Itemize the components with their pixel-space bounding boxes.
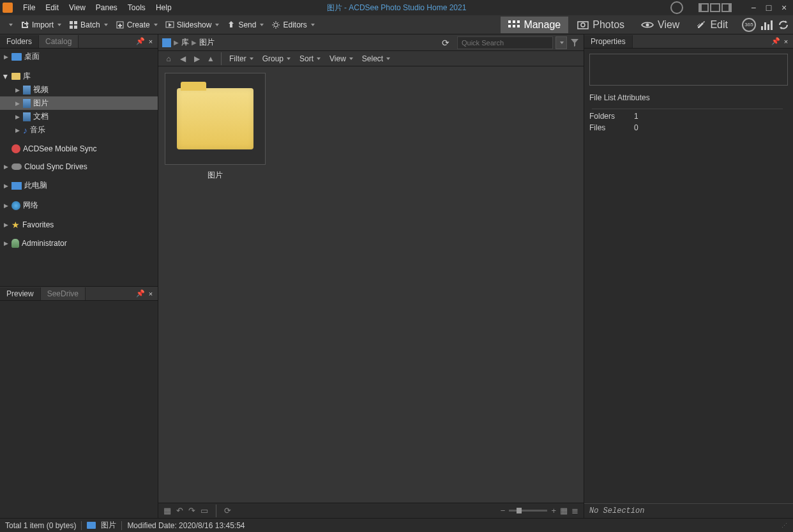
- menu-edit[interactable]: Edit: [40, 2, 64, 13]
- close-panel-icon[interactable]: ×: [146, 37, 155, 46]
- view-dropdown[interactable]: View: [326, 53, 357, 65]
- pin-icon[interactable]: 📌: [136, 37, 145, 46]
- menu-tools[interactable]: Tools: [123, 2, 151, 13]
- tree-pictures[interactable]: ▶图片: [0, 96, 158, 110]
- batch-button[interactable]: Batch: [65, 19, 112, 31]
- maximize-button[interactable]: □: [762, 2, 775, 13]
- expand-arrow-icon[interactable]: ▶: [3, 202, 9, 209]
- menu-help[interactable]: Help: [151, 2, 177, 13]
- status-selection-name: 图片: [101, 520, 116, 531]
- file-grid[interactable]: 图片: [158, 66, 584, 503]
- tree-library[interactable]: ▶库: [0, 70, 158, 83]
- tree-favorites[interactable]: ▶★Favorites: [0, 218, 158, 231]
- zoom-out-icon[interactable]: −: [501, 506, 506, 515]
- preview-tab[interactable]: Preview: [0, 287, 41, 300]
- select-dropdown[interactable]: Select: [358, 53, 394, 65]
- layout-1-icon[interactable]: [699, 3, 709, 12]
- location-icon[interactable]: [162, 38, 171, 47]
- folders-tab[interactable]: Folders: [0, 35, 39, 48]
- tree-desktop[interactable]: ▶桌面: [0, 50, 158, 63]
- mode-manage[interactable]: Manage: [501, 17, 568, 33]
- editors-button[interactable]: Editors: [268, 19, 318, 31]
- expand-arrow-icon[interactable]: ▶: [14, 87, 20, 93]
- seedrive-tab[interactable]: SeeDrive: [41, 287, 86, 300]
- breadcrumb-pictures[interactable]: 图片: [199, 37, 215, 48]
- catalog-tab[interactable]: Catalog: [39, 35, 79, 48]
- filter-funnel-icon[interactable]: [570, 38, 580, 48]
- tree-label: 视频: [33, 84, 49, 95]
- mode-edit[interactable]: Edit: [688, 17, 736, 33]
- tree-network[interactable]: ▶网络: [0, 199, 158, 212]
- expand-arrow-icon[interactable]: ▶: [3, 183, 9, 189]
- rotate-left-icon[interactable]: ↶: [176, 506, 183, 515]
- tree-this-pc[interactable]: ▶此电脑: [0, 179, 158, 192]
- editors-label: Editors: [283, 20, 306, 29]
- search-input[interactable]: [457, 36, 553, 49]
- tool-icon-4[interactable]: ▭: [200, 506, 208, 515]
- prop-label: Folders: [589, 112, 634, 121]
- svg-rect-1: [74, 21, 77, 24]
- slideshow-button[interactable]: Slideshow: [162, 19, 223, 31]
- create-button[interactable]: Create: [112, 19, 162, 31]
- refresh-tool-icon[interactable]: ⟳: [224, 506, 231, 515]
- tree-administrator[interactable]: ▶Administrator: [0, 238, 158, 249]
- import-button[interactable]: Import: [17, 19, 65, 31]
- toolbar-menu-dropdown[interactable]: [4, 22, 17, 28]
- zoom-slider[interactable]: [509, 510, 547, 512]
- tree-documents[interactable]: ▶文档: [0, 110, 158, 123]
- group-dropdown[interactable]: Group: [259, 53, 294, 65]
- close-panel-icon[interactable]: ×: [146, 289, 155, 298]
- view-mode-icon-2[interactable]: ≣: [571, 506, 578, 515]
- tree-cloud[interactable]: ▶Cloud Sync Drives: [0, 161, 158, 172]
- expand-arrow-icon[interactable]: ▶: [3, 222, 9, 228]
- menu-view[interactable]: View: [64, 2, 91, 13]
- mode-view[interactable]: View: [633, 17, 687, 33]
- folder-thumbnail[interactable]: 图片: [165, 73, 266, 183]
- forward-icon[interactable]: ▶: [190, 52, 203, 65]
- sort-dropdown[interactable]: Sort: [296, 53, 324, 65]
- pin-icon[interactable]: 📌: [136, 289, 145, 298]
- tree-mobile-sync[interactable]: ACDSee Mobile Sync: [0, 143, 158, 155]
- close-button[interactable]: ×: [778, 2, 790, 13]
- user-account-icon[interactable]: [670, 1, 683, 14]
- pin-icon[interactable]: 📌: [771, 37, 780, 46]
- menu-file[interactable]: File: [18, 2, 40, 13]
- rotate-right-icon[interactable]: ↷: [188, 506, 195, 515]
- home-icon[interactable]: ⌂: [162, 52, 175, 65]
- layout-2-icon[interactable]: [710, 3, 720, 12]
- up-icon[interactable]: ▲: [204, 52, 217, 65]
- mode-photos[interactable]: Photos: [570, 17, 632, 33]
- batch-label: Batch: [80, 20, 100, 29]
- expand-arrow-icon[interactable]: ▶: [14, 114, 20, 120]
- 365-icon[interactable]: 365: [742, 18, 756, 32]
- tree-label: 图片: [33, 98, 49, 109]
- resize-grip-icon[interactable]: ⋰: [782, 522, 788, 529]
- dashboard-icon[interactable]: [761, 20, 773, 30]
- expand-arrow-icon[interactable]: ▶: [14, 100, 20, 107]
- expand-arrow-icon[interactable]: ▶: [3, 54, 9, 60]
- menu-panes[interactable]: Panes: [91, 2, 123, 13]
- search-dropdown[interactable]: [555, 36, 567, 49]
- create-label: Create: [127, 20, 150, 29]
- tree-music[interactable]: ▶♪音乐: [0, 123, 158, 137]
- zoom-slider-thumb[interactable]: [517, 508, 522, 513]
- library-folder-icon: [11, 73, 20, 80]
- expand-arrow-icon[interactable]: ▶: [3, 163, 9, 170]
- expand-arrow-icon[interactable]: ▶: [14, 127, 20, 133]
- sync-icon[interactable]: [778, 20, 789, 30]
- breadcrumb-lib[interactable]: 库: [181, 37, 189, 48]
- filter-dropdown[interactable]: Filter: [225, 53, 257, 65]
- tree-videos[interactable]: ▶视频: [0, 83, 158, 96]
- layout-3-icon[interactable]: [721, 3, 732, 12]
- expand-arrow-icon[interactable]: ▶: [3, 240, 9, 247]
- refresh-icon[interactable]: ⟳: [442, 38, 449, 48]
- close-panel-icon[interactable]: ×: [782, 37, 790, 46]
- view-mode-icon-1[interactable]: ▦: [560, 506, 568, 515]
- collapse-arrow-icon[interactable]: ▶: [3, 73, 9, 80]
- zoom-in-icon[interactable]: +: [551, 506, 556, 515]
- send-button[interactable]: Send: [223, 19, 268, 31]
- back-icon[interactable]: ◀: [176, 52, 189, 65]
- minimize-button[interactable]: −: [747, 2, 760, 13]
- tool-icon-1[interactable]: ▦: [163, 506, 171, 515]
- properties-tab[interactable]: Properties: [584, 35, 633, 48]
